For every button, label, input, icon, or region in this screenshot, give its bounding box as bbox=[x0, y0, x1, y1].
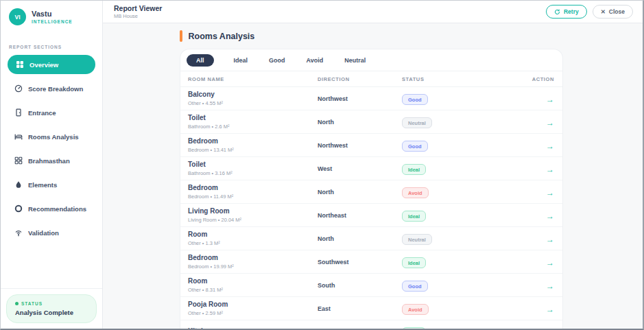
direction-cell: Northwest bbox=[318, 142, 402, 149]
bed-icon bbox=[14, 132, 23, 141]
close-button[interactable]: ✕ Close bbox=[593, 5, 633, 19]
room-cell: Bedroom Bedroom • 11.49 M² bbox=[188, 184, 318, 200]
status-label: STATUS bbox=[21, 301, 43, 306]
room-name: Kitchen bbox=[188, 327, 318, 329]
room-name: Bedroom bbox=[188, 137, 318, 146]
sidebar-item-score-breakdown[interactable]: Score Breakdown bbox=[8, 79, 95, 98]
status-value: Analysis Complete bbox=[15, 309, 88, 316]
direction-cell: West bbox=[318, 165, 402, 172]
row-arrow-icon[interactable]: → bbox=[546, 235, 554, 244]
sidebar-item-overview[interactable]: Overview bbox=[8, 55, 95, 74]
row-arrow-icon[interactable]: → bbox=[546, 141, 554, 151]
sidebar-item-rooms-analysis[interactable]: Rooms Analysis bbox=[8, 127, 95, 146]
status-badge: Ideal bbox=[402, 327, 426, 329]
page-title: Report Viewer bbox=[114, 4, 162, 13]
direction-cell: North bbox=[318, 189, 402, 196]
app-window: VI Vastu INTELLIGENCE REPORT SECTIONS Ov… bbox=[0, 0, 644, 330]
sidebar-item-label: Score Breakdown bbox=[28, 85, 83, 93]
room-name: Balcony bbox=[188, 91, 318, 99]
room-cell: Bedroom Bedroom • 19.99 M² bbox=[188, 254, 318, 270]
table-row: Pooja Room Other • 2.59 M² East Avoid → bbox=[180, 297, 562, 320]
topbar-actions: Retry ✕ Close bbox=[546, 5, 633, 19]
status-cell: Ideal bbox=[402, 209, 520, 222]
close-icon: ✕ bbox=[601, 9, 606, 15]
direction-cell: East bbox=[318, 305, 402, 312]
room-cell: Kitchen bbox=[188, 327, 318, 329]
status-badge: Neutral bbox=[402, 234, 432, 245]
room-name: Bedroom bbox=[188, 184, 318, 193]
status-dot-icon bbox=[15, 302, 19, 305]
report-sections-label: REPORT SECTIONS bbox=[1, 32, 102, 55]
row-arrow-icon[interactable]: → bbox=[546, 95, 554, 104]
row-arrow-icon[interactable]: → bbox=[546, 165, 554, 174]
sidebar-item-elements[interactable]: Elements bbox=[8, 175, 95, 194]
tab-ideal[interactable]: Ideal bbox=[232, 54, 250, 67]
direction-cell: Southwest bbox=[318, 259, 402, 266]
room-cell: Balcony Other • 4.55 M² bbox=[188, 91, 318, 106]
sidebar-item-label: Recommendations bbox=[28, 205, 86, 213]
sidebar-item-brahmasthan[interactable]: Brahmasthan bbox=[8, 151, 95, 170]
room-detail: Other • 1.3 M² bbox=[188, 240, 318, 246]
row-arrow-icon[interactable]: → bbox=[546, 188, 554, 198]
sidebar-item-label: Overview bbox=[29, 61, 58, 69]
filter-tabs: All Ideal Good Avoid bbox=[180, 49, 562, 71]
action-cell: → bbox=[520, 326, 554, 329]
row-arrow-icon[interactable]: → bbox=[546, 118, 554, 128]
tab-neutral[interactable]: Neutral bbox=[343, 54, 367, 67]
tab-label: Avoid bbox=[307, 57, 324, 64]
room-cell: Bedroom Bedroom • 13.41 M² bbox=[188, 137, 318, 153]
room-detail: Living Room • 20.04 M² bbox=[188, 217, 318, 223]
room-name: Toilet bbox=[188, 161, 318, 169]
status-cell: Ideal bbox=[402, 325, 520, 329]
retry-button[interactable]: Retry bbox=[546, 5, 587, 19]
status-cell: Neutral bbox=[402, 232, 520, 246]
table-row: Kitchen Southeast Ideal → bbox=[180, 320, 562, 329]
room-name: Room bbox=[188, 277, 318, 286]
table-body: Balcony Other • 4.55 M² Northwest Good → bbox=[180, 87, 562, 329]
room-detail: Bedroom • 11.49 M² bbox=[188, 193, 318, 200]
tab-all[interactable]: All bbox=[187, 54, 214, 67]
status-cell: Good bbox=[402, 139, 520, 152]
room-cell: Toilet Bathroom • 2.6 M² bbox=[188, 114, 318, 130]
table-row: Bedroom Bedroom • 11.49 M² North Avoid → bbox=[180, 180, 562, 204]
row-arrow-icon[interactable]: → bbox=[546, 211, 554, 221]
status-cell: Avoid bbox=[402, 302, 520, 316]
accent-bar bbox=[180, 30, 182, 42]
status-badge: Avoid bbox=[402, 304, 429, 315]
sidebar-item-label: Entrance bbox=[28, 109, 56, 117]
status-badge: Good bbox=[402, 94, 428, 105]
row-arrow-icon[interactable]: → bbox=[546, 258, 554, 268]
main-area: Rooms Analysis All Ideal Go bbox=[103, 23, 643, 329]
action-cell: → bbox=[520, 256, 554, 268]
action-cell: → bbox=[520, 163, 554, 175]
table-row: Toilet Bathroom • 2.6 M² North Neutral → bbox=[180, 110, 562, 134]
tab-avoid[interactable]: Avoid bbox=[305, 54, 325, 67]
sidebar-item-recommendations[interactable]: Recommendations bbox=[8, 199, 95, 218]
sidebar-item-validation[interactable]: Validation bbox=[8, 223, 95, 242]
droplet-icon bbox=[14, 180, 23, 189]
room-detail: Other • 4.55 M² bbox=[188, 100, 318, 106]
direction-cell: Northwest bbox=[318, 95, 402, 102]
table-row: Balcony Other • 4.55 M² Northwest Good → bbox=[180, 87, 562, 110]
tab-good[interactable]: Good bbox=[267, 54, 287, 67]
status-badge: Ideal bbox=[402, 211, 426, 222]
status-cell: Good bbox=[402, 92, 520, 106]
sidebar-item-label: Rooms Analysis bbox=[28, 133, 79, 141]
status-cell: Avoid bbox=[402, 185, 520, 199]
brand: VI Vastu INTELLIGENCE bbox=[1, 1, 102, 32]
antenna-icon bbox=[14, 228, 23, 237]
sidebar-item-label: Validation bbox=[28, 229, 59, 237]
row-arrow-icon[interactable]: → bbox=[546, 305, 554, 314]
row-arrow-icon[interactable]: → bbox=[546, 281, 554, 291]
status-cell: Good bbox=[402, 279, 520, 292]
room-detail: Bathroom • 3.16 M² bbox=[188, 170, 318, 176]
grid-outline-icon bbox=[14, 156, 23, 165]
sidebar-footer: STATUS Analysis Complete bbox=[1, 288, 102, 329]
tab-label: All bbox=[196, 57, 204, 64]
room-detail: Bedroom • 13.41 M² bbox=[188, 147, 318, 153]
section-header: Rooms Analysis bbox=[180, 30, 643, 42]
action-cell: → bbox=[520, 279, 554, 292]
direction-cell: North bbox=[318, 119, 402, 126]
row-arrow-icon[interactable]: → bbox=[546, 328, 554, 329]
sidebar-item-entrance[interactable]: Entrance bbox=[8, 103, 95, 122]
